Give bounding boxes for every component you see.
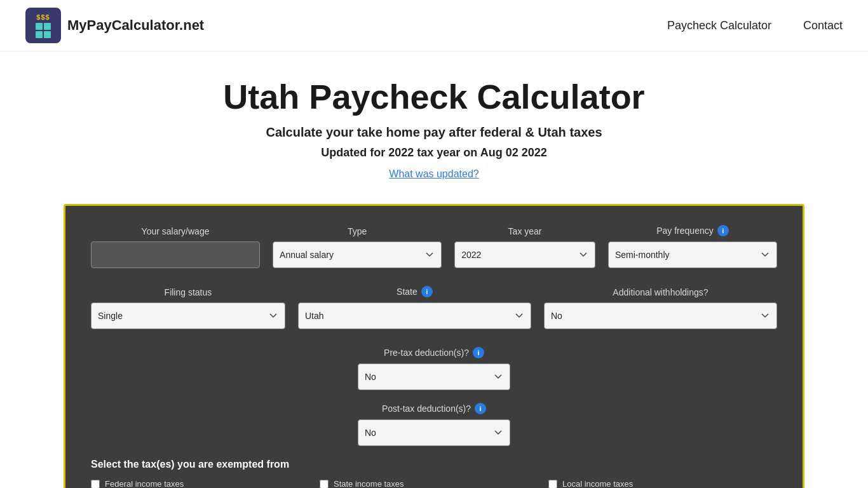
checkbox-col-1: Federal income taxes Social Security [91,479,320,488]
salary-label: Your salary/wage [91,226,260,236]
pretax-info-icon[interactable]: i [473,347,484,358]
form-row-4: Post-tax deduction(s)? i No Yes [91,403,777,446]
logo-grid [36,23,51,38]
state-income-label: State income taxes [334,479,404,488]
type-select[interactable]: Annual salary Hourly wage Daily wage Wee… [273,241,442,268]
pretax-select[interactable]: No Yes [358,363,510,390]
pretax-label-row: Pre-tax deduction(s)? i [358,347,510,358]
posttax-label-row: Post-tax deduction(s)? i [358,403,510,414]
posttax-info-icon[interactable]: i [475,403,486,414]
local-income-checkbox[interactable] [548,480,557,489]
checkbox-federal-income: Federal income taxes [91,479,320,488]
checkbox-col-3: Local income taxes State insurance taxes [548,479,777,488]
state-label: State [397,287,417,297]
checkbox-state-income: State income taxes [320,479,548,488]
state-income-checkbox[interactable] [320,480,329,489]
form-row-1: Your salary/wage Type Annual salary Hour… [91,225,777,268]
hero-subtitle: Calculate your take home pay after feder… [13,125,855,140]
filing-group: Filing status Single Married Head of Hou… [91,287,285,329]
form-row-2: Filing status Single Married Head of Hou… [91,286,777,329]
state-info-icon[interactable]: i [421,286,433,297]
exemptions-title: Select the tax(es) you are exempted from [91,459,777,470]
type-group: Type Annual salary Hourly wage Daily wag… [273,226,442,268]
salary-input[interactable] [91,241,260,268]
nav-contact[interactable]: Contact [803,19,843,32]
state-group: State i Utah Alabama California Colorado [298,286,531,329]
exemptions-section: Select the tax(es) you are exempted from… [91,459,777,488]
state-select[interactable]: Utah Alabama California Colorado [298,302,531,329]
nav-links: Paycheck Calculator Contact [667,19,843,32]
payfreq-label-row: Pay frequency i [608,225,777,236]
pretax-group: Pre-tax deduction(s)? i No Yes [358,347,510,390]
checkboxes-row: Federal income taxes Social Security Sta… [91,479,777,488]
hero-updated: Updated for 2022 tax year on Aug 02 2022 [13,146,855,159]
filing-select[interactable]: Single Married Head of Household [91,302,285,329]
pretax-label: Pre-tax deduction(s)? [384,348,469,358]
taxyear-group: Tax year 2022 2021 2020 [454,226,595,268]
salary-group: Your salary/wage [91,226,260,268]
form-row-3: Pre-tax deduction(s)? i No Yes [91,347,777,390]
logo-dollar-signs: $$$ [36,13,50,21]
filing-label: Filing status [91,287,285,297]
what-updated-link[interactable]: What was updated? [13,168,855,180]
page-title: Utah Paycheck Calculator [13,77,855,116]
payfreq-label: Pay frequency [656,226,714,236]
addl-select[interactable]: No Yes [544,302,777,329]
brand-name: MyPayCalculator.net [67,17,204,34]
federal-income-checkbox[interactable] [91,480,100,489]
posttax-label: Post-tax deduction(s)? [382,403,471,414]
taxyear-select[interactable]: 2022 2021 2020 [454,241,595,268]
calculator-form: Your salary/wage Type Annual salary Hour… [64,204,804,488]
hero-section: Utah Paycheck Calculator Calculate your … [0,51,868,193]
site-logo: $$$ [25,8,61,43]
addl-label: Additional withholdings? [544,287,777,297]
federal-income-label: Federal income taxes [105,479,184,488]
state-label-row: State i [298,286,531,297]
type-label: Type [273,226,442,236]
nav-paycheck-calculator[interactable]: Paycheck Calculator [667,19,771,32]
checkbox-local-income: Local income taxes [548,479,777,488]
payfreq-info-icon[interactable]: i [717,225,729,236]
posttax-group: Post-tax deduction(s)? i No Yes [358,403,510,446]
checkbox-col-2: State income taxes Medicare [320,479,548,488]
payfreq-select[interactable]: Semi-monthly Weekly Bi-weekly Monthly Da… [608,241,777,268]
local-income-label: Local income taxes [562,479,633,488]
posttax-select[interactable]: No Yes [358,419,510,446]
payfreq-group: Pay frequency i Semi-monthly Weekly Bi-w… [608,225,777,268]
taxyear-label: Tax year [454,226,595,236]
brand: $$$ MyPayCalculator.net [25,8,667,43]
addl-group: Additional withholdings? No Yes [544,287,777,329]
